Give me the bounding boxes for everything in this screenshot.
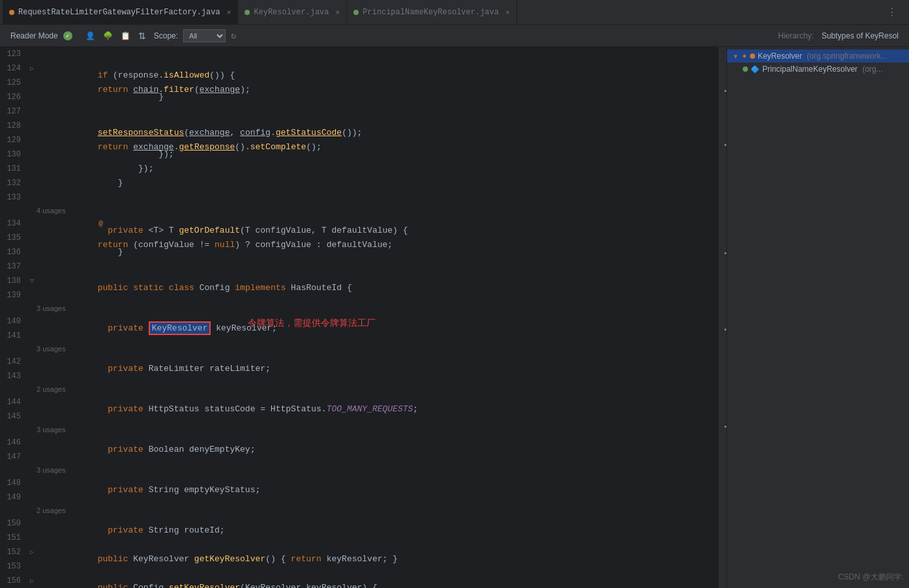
tree-dot-orange xyxy=(750,53,755,59)
scroll-marker-3 xyxy=(724,252,726,254)
table-row: 3 usages 142 private RateLimiter rateLim… xyxy=(0,343,719,369)
table-row: 3 usages 140 private KeyResolver keyReso… xyxy=(0,302,719,329)
scope-select[interactable]: All Project xyxy=(183,29,226,42)
refresh-icon[interactable]: ↻ xyxy=(231,30,236,41)
interface-indicator: 🔷 xyxy=(751,65,760,74)
tab-icon-orange xyxy=(9,10,14,15)
hierarchy-title-label: Hierarchy: xyxy=(778,31,814,40)
reader-bar: Reader Mode ✓ 👤 🌳 📋 ⇅ Scope: All Project… xyxy=(0,25,909,47)
tree-item-label-key-resolver: KeyResolver xyxy=(758,51,802,61)
scroll-marker-5 xyxy=(724,426,726,428)
tree-item-package-key-resolver: (org.springframework... xyxy=(805,51,887,61)
fold-icon-156[interactable]: ▷ xyxy=(30,578,34,585)
table-row: 138 ▽ public static class Config impleme… xyxy=(0,274,719,288)
scroll-marker-1 xyxy=(724,90,726,92)
tab-principal-name-key-resolver[interactable]: PrincipalNameKeyResolver.java ✕ xyxy=(347,0,516,25)
tab-icon-green-2 xyxy=(353,10,359,15)
code-scroll-area[interactable]: 123 124 ▷ if (response.isAllowed()) { xyxy=(0,47,719,588)
reader-mode-label: Reader Mode xyxy=(10,31,58,40)
main-content: 123 124 ▷ if (response.isAllowed()) { xyxy=(0,47,909,588)
tab-label-2: KeyResolver.java xyxy=(254,8,329,17)
tab-key-resolver[interactable]: KeyResolver.java ✕ xyxy=(238,0,347,25)
tree-item-package-principal: (org... xyxy=(860,65,883,74)
chinese-annotation-140: 令牌算法，需提供令牌算法工厂 xyxy=(248,316,376,330)
list-icon[interactable]: 📋 xyxy=(118,30,133,42)
tree-expand-icon: ▼ xyxy=(732,53,739,60)
tab-request-rate-limiter[interactable]: RequestRateLimiterGatewayFilterFactory.j… xyxy=(3,0,238,25)
more-options-icon[interactable]: ⋮ xyxy=(883,6,901,19)
csdn-watermark: CSDN @大鹏同学. xyxy=(838,572,904,583)
scroll-marker-2 xyxy=(724,144,726,146)
tab-close-3[interactable]: ✕ xyxy=(505,8,510,16)
tab-bar-actions: ⋮ xyxy=(883,6,906,19)
tab-bar: RequestRateLimiterGatewayFilterFactory.j… xyxy=(0,0,909,25)
table-row: 132 } xyxy=(0,176,719,190)
tab-icon-green-1 xyxy=(245,10,250,15)
fold-icon-152[interactable]: ▷ xyxy=(30,549,34,556)
reader-mode-check[interactable]: ✓ xyxy=(63,31,72,40)
code-container[interactable]: 123 124 ▷ if (response.isAllowed()) { xyxy=(0,47,726,588)
tree-dot-green xyxy=(743,66,748,72)
tree-icon[interactable]: 🌳 xyxy=(100,30,115,42)
fold-icon-138[interactable]: ▽ xyxy=(30,278,34,285)
scope-label: Scope: xyxy=(154,31,178,40)
tab-close-2[interactable]: ✕ xyxy=(336,8,340,16)
editor-area: 123 124 ▷ if (response.isAllowed()) { xyxy=(0,47,726,588)
star-icon: ✦ xyxy=(741,52,747,61)
tree-item-key-resolver[interactable]: ▼ ✦ KeyResolver (org.springframework... xyxy=(727,50,909,63)
scroll-marker-4 xyxy=(724,329,726,331)
hierarchy-icon[interactable]: 👤 xyxy=(83,30,98,42)
table-row: 3 usages 146 private Boolean denyEmptyKe… xyxy=(0,424,719,450)
tree-item-label-principal: PrincipalNameKeyResolver xyxy=(762,65,857,74)
mini-map xyxy=(719,47,726,588)
tab-label-1: RequestRateLimiterGatewayFilterFactory.j… xyxy=(18,8,220,17)
hierarchy-subtitle-label: Subtypes of KeyResol xyxy=(822,31,899,40)
tab-label-3: PrincipalNameKeyResolver.java xyxy=(363,8,499,17)
reader-icons: 👤 🌳 📋 ⇅ xyxy=(83,29,149,42)
tab-close-1[interactable]: ✕ xyxy=(227,8,231,16)
sort-icon[interactable]: ⇅ xyxy=(136,29,149,42)
fold-icon[interactable]: ▷ xyxy=(30,65,34,72)
hierarchy-tree: ▼ ✦ KeyResolver (org.springframework... … xyxy=(727,47,909,588)
table-row: 3 usages 148 private String emptyKeyStat… xyxy=(0,464,719,490)
hierarchy-panel: ▼ ✦ KeyResolver (org.springframework... … xyxy=(726,47,909,588)
table-row: 156 ▷ public Config setKeyResolver(KeyRe… xyxy=(0,574,719,588)
tree-item-principal-name-key-resolver[interactable]: 🔷 PrincipalNameKeyResolver (org... xyxy=(727,63,909,76)
table-row: 2 usages 144 private HttpStatus statusCo… xyxy=(0,383,719,409)
